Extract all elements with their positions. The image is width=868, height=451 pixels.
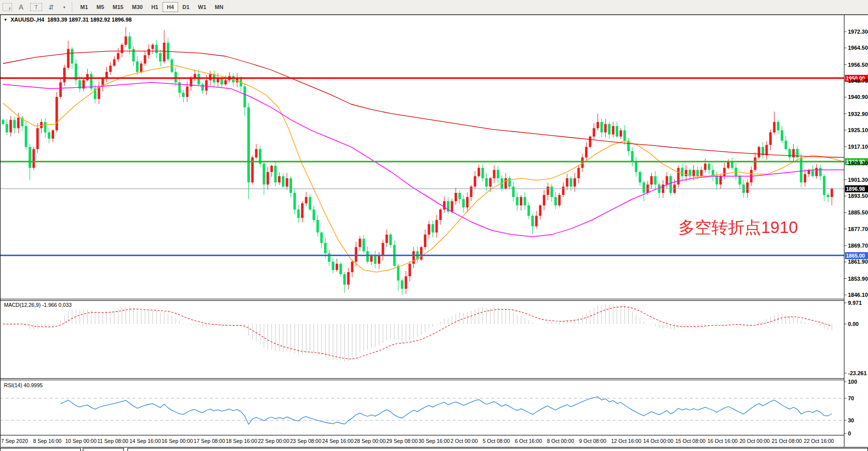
timeframe-button-mn[interactable]: MN <box>211 2 227 12</box>
toolbar-separator <box>72 2 73 12</box>
date-label-21: 15 Oct 08:00 <box>675 438 705 444</box>
candle <box>389 235 392 245</box>
rsi-indicator-label: RSI(14) 40.9995 <box>4 382 43 388</box>
date-label-0: 7 Sep 2020 <box>1 438 28 444</box>
timeframe-button-h1[interactable]: H1 <box>147 2 162 12</box>
candle <box>124 37 127 45</box>
candle <box>105 72 108 78</box>
candle <box>171 59 173 72</box>
date-label-2: 10 Sep 00:00 <box>65 438 96 444</box>
date-label-25: 22 Oct 16:00 <box>804 438 834 444</box>
date-label-14: 2 Oct 00:00 <box>451 438 478 444</box>
timeframe-button-m15[interactable]: M15 <box>109 2 127 12</box>
candle <box>270 166 273 172</box>
candle <box>593 128 595 137</box>
candle <box>681 168 683 176</box>
candle <box>209 74 211 80</box>
candle <box>754 157 757 170</box>
text-label-icon[interactable]: T <box>30 3 42 11</box>
ma-fast-orange <box>3 66 844 272</box>
timeframe-button-h4[interactable]: H4 <box>163 2 178 12</box>
candle <box>408 264 411 276</box>
docked-panel-edge[interactable] <box>0 448 81 451</box>
candle <box>654 176 657 185</box>
candle <box>643 182 645 193</box>
candle <box>520 197 522 205</box>
caret-icon[interactable]: ▾ <box>60 3 68 12</box>
macd-values: -1.966 0.033 <box>42 302 72 308</box>
candle <box>117 53 119 59</box>
candle <box>604 124 607 133</box>
candle <box>811 170 814 176</box>
candle <box>569 178 572 187</box>
date-label-22: 16 Oct 16:00 <box>707 438 738 444</box>
candle <box>792 149 795 158</box>
candle <box>531 216 534 227</box>
candle <box>109 66 112 72</box>
candle <box>301 203 304 218</box>
candle <box>504 178 507 189</box>
candle <box>378 256 380 264</box>
date-label-15: 5 Oct 08:00 <box>483 438 510 444</box>
price-tick-1869.70: 1869.70 <box>848 242 868 249</box>
candle <box>220 78 223 84</box>
candle <box>589 137 592 147</box>
rsi-scale-30: 30 <box>848 417 854 424</box>
candle <box>785 141 787 149</box>
candle <box>63 68 66 82</box>
candle <box>539 205 541 216</box>
arrows-icon[interactable]: ⇵ <box>47 3 55 12</box>
macd-scale-0.00: 0.00 <box>848 320 858 327</box>
candle <box>274 166 277 182</box>
date-label-3: 11 Sep 08:00 <box>97 438 128 444</box>
candle <box>727 162 730 168</box>
date-label-20: 14 Oct 00:00 <box>643 438 673 444</box>
price-tick-1964.50: 1964.50 <box>848 44 868 51</box>
toolbar: FAT⇵▾ M1M5M15M30H1H4D1W1MN <box>0 0 868 15</box>
candle <box>332 262 334 270</box>
timeframe-button-m5[interactable]: M5 <box>92 2 108 12</box>
date-label-8: 22 Sep 00:00 <box>258 438 289 444</box>
candle <box>159 53 162 62</box>
candle <box>317 220 319 233</box>
candle <box>535 216 538 227</box>
price-tick-1917.10: 1917.10 <box>848 143 868 150</box>
candle <box>758 147 760 158</box>
candle <box>128 37 131 49</box>
macd-name: MACD(12,26,9) <box>4 302 41 308</box>
timeframe-button-d1[interactable]: D1 <box>179 2 194 12</box>
candle <box>36 128 39 149</box>
candle <box>554 197 557 205</box>
date-label-17: 8 Oct 00:00 <box>547 438 574 444</box>
candle <box>489 178 492 187</box>
candle <box>33 149 35 168</box>
candle <box>443 201 446 210</box>
candle <box>439 209 442 220</box>
candle <box>148 49 150 55</box>
candle <box>566 178 568 187</box>
candle <box>285 178 288 187</box>
font-icon[interactable]: A <box>17 3 25 12</box>
candle <box>666 176 668 185</box>
candle <box>86 74 89 80</box>
candle <box>56 97 58 130</box>
candle <box>424 235 426 247</box>
collapse-arrow-icon[interactable]: ▼ <box>4 18 8 22</box>
candle <box>815 168 818 176</box>
candle <box>470 187 473 197</box>
grid-f-icon[interactable]: F <box>3 3 12 11</box>
candle <box>612 126 615 135</box>
timeframe-button-m30[interactable]: M30 <box>128 2 147 12</box>
docked-panel-edge[interactable] <box>127 448 868 451</box>
candle <box>366 251 369 262</box>
price-tick-1853.90: 1853.90 <box>848 275 868 282</box>
candle <box>474 176 476 187</box>
candle <box>451 201 453 212</box>
candle <box>359 239 361 247</box>
timeframe-button-w1[interactable]: W1 <box>194 2 211 12</box>
ohlc-values: 1893.39 1897.31 1892.92 1896.98 <box>47 17 131 23</box>
candle <box>59 82 62 97</box>
docked-panel-edge[interactable] <box>83 448 124 451</box>
date-label-23: 20 Oct 00:00 <box>740 438 770 444</box>
timeframe-button-m1[interactable]: M1 <box>76 2 92 12</box>
